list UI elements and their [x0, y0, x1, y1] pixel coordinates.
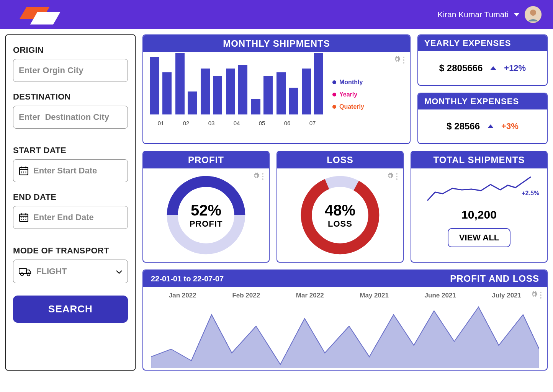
- end-date-input[interactable]: [33, 212, 122, 222]
- legend-quarterly[interactable]: Quaterly: [332, 103, 364, 110]
- trend-up-icon: [488, 124, 494, 128]
- gear-icon[interactable]: [531, 291, 538, 299]
- origin-label: ORIGIN: [13, 45, 128, 55]
- more-icon[interactable]: [540, 292, 542, 299]
- loss-title: LOSS: [277, 152, 403, 168]
- destination-input-wrapper: [13, 106, 128, 129]
- yearly-expenses-title: YEARLY EXPENSES: [418, 35, 547, 51]
- bar-chart: 01 02 03 04 05 06 07: [150, 57, 323, 126]
- total-shipments-title: TOTAL SHIPMENTS: [411, 152, 547, 168]
- more-icon[interactable]: [403, 57, 404, 64]
- total-shipments-value: 10,200: [418, 208, 540, 221]
- pnl-x-axis: Jan 2022 Feb 2022 Mar 2022 May 2021 June…: [151, 292, 539, 299]
- monthly-expenses-value: $ 28566: [447, 121, 480, 132]
- svg-point-19: [21, 219, 22, 220]
- svg-point-11: [25, 172, 26, 173]
- destination-label: DESTINATION: [13, 92, 128, 102]
- calendar-icon: [19, 166, 29, 176]
- total-shipments-pct: +2.5%: [522, 190, 539, 197]
- chart-legend: Monthly Yearly Quaterly: [332, 57, 364, 126]
- svg-point-21: [25, 219, 26, 220]
- loss-pct: 48%: [325, 202, 355, 219]
- start-date-label: START DATE: [13, 145, 128, 155]
- origin-input-wrapper: [13, 59, 128, 82]
- svg-point-18: [25, 217, 26, 218]
- svg-point-6: [21, 171, 22, 172]
- more-icon[interactable]: [396, 173, 398, 180]
- area-chart: [151, 303, 539, 368]
- chevron-down-icon: [116, 266, 122, 276]
- monthly-expenses-title: MONTHLY EXPENSES: [418, 93, 547, 109]
- start-date-wrapper: [13, 159, 128, 182]
- end-date-label: END DATE: [13, 192, 128, 202]
- mode-label: MODE OF TRANSPORT: [13, 246, 128, 256]
- gear-icon[interactable]: [387, 172, 394, 181]
- brand-logo: [11, 7, 54, 22]
- svg-point-9: [21, 172, 22, 173]
- yearly-expenses-pct: +12%: [504, 63, 526, 73]
- trend-up-icon: [490, 66, 496, 70]
- start-date-input[interactable]: [33, 166, 122, 176]
- monthly-shipments-card: MONTHLY SHIPMENTS 01 02 03 04 05 06 07: [142, 34, 411, 144]
- svg-point-8: [25, 171, 26, 172]
- profit-pct: 52%: [190, 202, 223, 219]
- gear-icon[interactable]: [394, 56, 401, 64]
- origin-input[interactable]: [19, 65, 122, 75]
- end-date-wrapper: [13, 206, 128, 229]
- gear-icon[interactable]: [253, 172, 260, 181]
- svg-point-17: [23, 217, 24, 218]
- calendar-icon: [19, 212, 29, 222]
- search-button[interactable]: SEARCH: [13, 296, 128, 323]
- legend-yearly[interactable]: Yearly: [332, 91, 364, 98]
- user-name: Kiran Kumar Tumati: [437, 10, 509, 19]
- monthly-expenses-pct: +3%: [501, 121, 519, 131]
- app-header: Kiran Kumar Tumati: [0, 0, 553, 29]
- more-icon[interactable]: [262, 173, 263, 180]
- profit-loss-card: 22-01-01 to 22-07-07 PROFIT AND LOSS Jan…: [142, 270, 548, 371]
- monthly-expenses-card: MONTHLY EXPENSES $ 28566 +3%: [417, 93, 548, 144]
- truck-icon: [19, 266, 32, 277]
- search-sidebar: ORIGIN DESTINATION START DATE END DATE: [5, 34, 136, 371]
- view-all-button[interactable]: VIEW ALL: [448, 228, 510, 247]
- yearly-expenses-card: YEARLY EXPENSES $ 2805666 +12%: [417, 34, 548, 86]
- mode-select[interactable]: FLIGHT: [13, 260, 128, 283]
- destination-input[interactable]: [19, 112, 122, 122]
- mode-value: FLIGHT: [36, 266, 67, 276]
- chevron-down-icon: [514, 13, 519, 16]
- pnl-title: PROFIT AND LOSS: [450, 273, 539, 284]
- monthly-shipments-title: MONTHLY SHIPMENTS: [143, 35, 410, 52]
- svg-point-20: [23, 219, 24, 220]
- profit-label: PROFIT: [190, 219, 223, 229]
- yearly-expenses-value: $ 2805666: [439, 63, 483, 74]
- user-menu[interactable]: Kiran Kumar Tumati: [437, 6, 542, 23]
- svg-point-7: [23, 171, 24, 172]
- svg-point-10: [23, 172, 24, 173]
- sparkline-chart: [418, 174, 540, 204]
- svg-point-1: [530, 10, 536, 16]
- profit-title: PROFIT: [143, 152, 269, 168]
- total-shipments-card: TOTAL SHIPMENTS +2.5% 10,200 VIEW ALL: [411, 151, 548, 263]
- legend-monthly[interactable]: Monthly: [332, 79, 364, 86]
- loss-label: LOSS: [325, 219, 355, 229]
- profit-card: PROFIT 52% PROFIT: [142, 151, 270, 263]
- svg-point-16: [21, 217, 22, 218]
- pnl-date-range: 22-01-01 to 22-07-07: [151, 274, 224, 283]
- loss-card: LOSS 48% LOSS: [276, 151, 404, 263]
- avatar[interactable]: [525, 6, 542, 23]
